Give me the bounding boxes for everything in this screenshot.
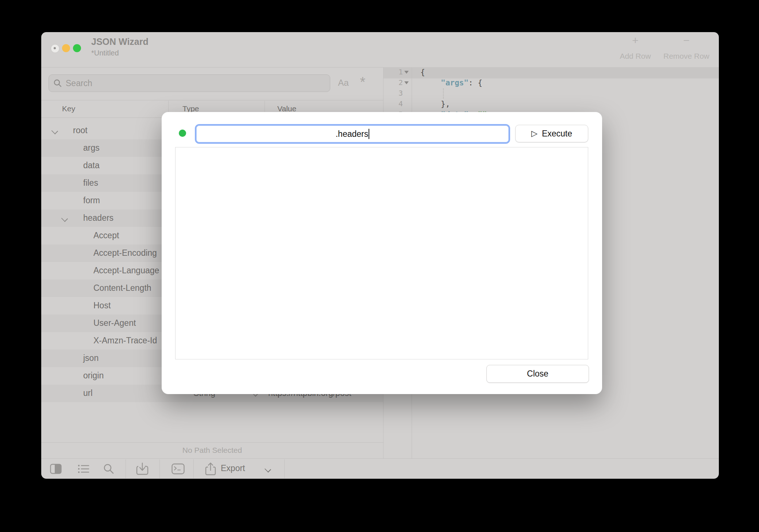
query-text: .headers (336, 129, 369, 139)
console-button[interactable] (172, 462, 185, 475)
query-dialog: .headers ▷ Execute Close (162, 112, 602, 394)
zoom-window-button[interactable] (73, 44, 81, 52)
window-subtitle: *Untitled (91, 49, 119, 57)
search-divider (41, 100, 383, 100)
query-input[interactable]: .headers (195, 124, 510, 144)
sidebar-icon (50, 464, 62, 474)
toolbar-divider (159, 459, 160, 478)
search-icon (103, 463, 114, 474)
indent-guide (443, 88, 444, 99)
list-icon (78, 464, 89, 474)
code-line-2: "args": { (441, 77, 482, 88)
add-row-button[interactable]: + Add Row (606, 34, 664, 61)
row-key-label: Accept (93, 231, 119, 240)
app-window: JSON Wizard *Untitled + Add Row − Remove… (41, 32, 719, 479)
regex-button[interactable]: * (354, 73, 372, 91)
gutter-row: 2 (384, 77, 412, 88)
remove-row-button[interactable]: − Remove Row (657, 34, 716, 61)
column-key[interactable]: Key (62, 104, 75, 113)
minus-icon: − (657, 34, 716, 47)
add-row-label: Add Row (606, 52, 664, 61)
search-icon (53, 79, 62, 88)
bottom-toolbar: Export (41, 458, 719, 479)
play-icon: ▷ (531, 129, 538, 138)
row-key-label: headers (83, 213, 113, 223)
row-key-label: json (83, 353, 99, 363)
find-button[interactable] (102, 462, 115, 475)
query-result-output[interactable] (175, 147, 588, 359)
fold-triangle-icon[interactable] (404, 71, 409, 74)
fold-triangle-icon[interactable] (404, 81, 409, 84)
window-title: JSON Wizard (91, 36, 149, 47)
row-key-label: root (73, 126, 88, 135)
share-button[interactable] (204, 462, 217, 475)
gutter-row: 1 (384, 67, 412, 78)
toolbar-divider (193, 459, 194, 478)
current-line-highlight (384, 67, 719, 78)
close-label: Close (527, 369, 548, 379)
row-key-label: User-Agent (93, 318, 136, 328)
import-button[interactable] (136, 462, 149, 475)
execute-label: Execute (542, 129, 572, 139)
chevron-down-icon[interactable] (61, 215, 68, 222)
line-number: 3 (398, 89, 403, 97)
row-key-label: Content-Length (93, 283, 151, 293)
minimize-window-button[interactable] (62, 44, 70, 52)
line-number: 1 (398, 68, 403, 76)
toolbar-divider (126, 459, 126, 478)
row-key-label: url (83, 388, 93, 398)
close-window-button[interactable] (51, 44, 59, 53)
row-key-label: Accept-Encoding (93, 248, 157, 258)
code-line-1: { (420, 67, 425, 78)
export-button-label[interactable]: Export (221, 463, 245, 473)
row-key-label: data (83, 161, 100, 170)
desktop-background: JSON Wizard *Untitled + Add Row − Remove… (0, 0, 759, 532)
toolbar-divider (284, 459, 285, 478)
code-line-4: }, (441, 99, 450, 109)
row-key-label: origin (83, 371, 104, 381)
row-key-label: form (83, 196, 100, 205)
remove-row-label: Remove Row (657, 52, 716, 61)
text-cursor (369, 129, 369, 139)
path-bar: No Path Selected (41, 442, 383, 459)
close-button[interactable]: Close (486, 365, 589, 383)
title-bar: JSON Wizard *Untitled + Add Row − Remove… (41, 32, 719, 67)
query-status-dot (179, 130, 186, 137)
toggle-sidebar-button[interactable] (49, 462, 62, 475)
list-view-button[interactable] (77, 462, 90, 475)
search-placeholder: Search (66, 78, 92, 88)
line-number: 2 (398, 78, 403, 87)
match-case-button[interactable]: Aa (333, 75, 354, 90)
row-key-label: args (83, 143, 100, 153)
line-number: 4 (398, 99, 403, 108)
import-download-icon (136, 463, 149, 475)
chevron-down-icon[interactable] (51, 128, 58, 134)
plus-icon: + (606, 34, 664, 47)
row-key-label: Host (93, 301, 111, 311)
row-key-label: files (83, 178, 98, 188)
gutter-row: 4 (384, 99, 412, 109)
terminal-icon (172, 463, 185, 474)
export-chevron-down-icon[interactable] (265, 466, 271, 473)
no-path-label: No Path Selected (41, 446, 383, 455)
gutter-row: 3 (384, 88, 412, 99)
row-key-label: Accept-Language (93, 266, 159, 275)
share-icon (205, 462, 216, 475)
search-input[interactable]: Search (49, 74, 330, 92)
row-key-label: X-Amzn-Trace-Id (93, 336, 157, 346)
execute-button[interactable]: ▷ Execute (515, 125, 588, 142)
